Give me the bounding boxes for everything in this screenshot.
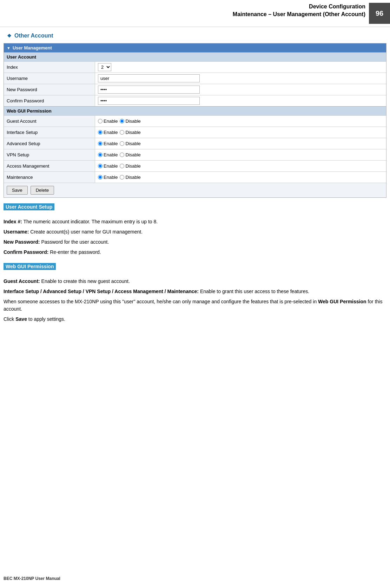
guest-disable-label[interactable]: Disable <box>120 119 140 124</box>
page-number: 96 <box>369 3 390 24</box>
guest-disable-radio[interactable] <box>120 119 124 123</box>
maintenance-disable-radio[interactable] <box>120 175 124 180</box>
new-password-term: New Password: <box>4 239 40 245</box>
page-footer: BEC MX-210NP User Manual <box>4 576 60 581</box>
interface-setup-label: Interface Setup <box>4 127 95 138</box>
interface-enable-label[interactable]: Enable <box>98 130 118 135</box>
header-line2: Maintenance – User Management (Other Acc… <box>0 11 365 18</box>
note2-start-text: Click <box>4 316 15 322</box>
header-text: Device Configuration Maintenance – User … <box>0 3 369 24</box>
username-desc: Username: Create account(s) user name fo… <box>4 228 386 236</box>
new-password-input[interactable] <box>98 86 200 94</box>
maintenance-enable-radio[interactable] <box>98 175 103 180</box>
guest-account-radio-group: Enable Disable <box>98 119 141 124</box>
access-enable-radio[interactable] <box>98 164 103 168</box>
index-value: 2 1 3 4 5 6 7 8 <box>95 62 386 73</box>
index-term: Index #: <box>4 219 22 224</box>
note2-end-text: to apply settings. <box>27 316 65 322</box>
interface-setup-row: Interface Setup Enable Disable <box>4 127 386 138</box>
vpn-setup-value: Enable Disable <box>95 151 386 159</box>
index-label: Index <box>4 62 95 73</box>
advanced-disable-label[interactable]: Disable <box>120 141 140 146</box>
access-mgmt-label: Access Management <box>4 161 95 171</box>
access-mgmt-row: Access Management Enable Disable <box>4 160 386 171</box>
features-desc: Interface Setup / Advanced Setup / VPN S… <box>4 288 386 295</box>
access-enable-label[interactable]: Enable <box>98 163 118 169</box>
access-disable-label[interactable]: Disable <box>120 163 140 169</box>
access-mgmt-value: Enable Disable <box>95 162 386 170</box>
maintenance-disable-label[interactable]: Disable <box>120 175 140 180</box>
web-gui-title: Web GUI Permission <box>4 263 56 270</box>
guest-account-desc-text: Enable to create this new guest account. <box>41 278 130 284</box>
section-title: Other Account <box>14 33 53 39</box>
interface-setup-radio-group: Enable Disable <box>98 130 141 135</box>
vpn-enable-radio[interactable] <box>98 153 103 157</box>
vpn-setup-label: VPN Setup <box>4 149 95 160</box>
new-password-desc: New Password: Password for the user acco… <box>4 238 386 246</box>
new-password-label: New Password <box>4 84 95 95</box>
interface-enable-radio[interactable] <box>98 130 103 135</box>
save-button[interactable]: Save <box>7 186 28 195</box>
username-value <box>95 73 386 84</box>
web-gui-subheader: Web GUI Permission <box>4 106 386 115</box>
user-account-subheader: User Account <box>4 52 386 61</box>
username-input[interactable] <box>98 74 200 82</box>
page-header: Device Configuration Maintenance – User … <box>0 0 390 27</box>
user-account-setup-title: User Account Setup <box>4 203 54 210</box>
advanced-setup-label: Advanced Setup <box>4 138 95 149</box>
note1-paragraph: When someone accesses to the MX-210NP us… <box>4 298 386 313</box>
guest-enable-radio[interactable] <box>98 119 103 123</box>
advanced-setup-radio-group: Enable Disable <box>98 141 141 146</box>
advanced-enable-label[interactable]: Enable <box>98 141 118 146</box>
interface-disable-radio[interactable] <box>120 130 124 135</box>
button-row: Save Delete <box>4 183 386 197</box>
web-gui-section: Web GUI Permission Guest Account: Enable… <box>4 263 386 323</box>
vpn-disable-label[interactable]: Disable <box>120 152 140 157</box>
username-row: Username <box>4 73 386 84</box>
section-heading: ❖ Other Account <box>7 33 390 39</box>
index-select[interactable]: 2 1 3 4 5 6 7 8 <box>98 63 111 71</box>
access-disable-radio[interactable] <box>120 164 124 168</box>
interface-disable-label[interactable]: Disable <box>120 130 140 135</box>
maintenance-value: Enable Disable <box>95 173 386 181</box>
advanced-enable-radio[interactable] <box>98 141 103 146</box>
delete-button[interactable]: Delete <box>31 186 54 195</box>
note1-text: When someone accesses to the MX-210NP us… <box>4 299 318 304</box>
vpn-setup-row: VPN Setup Enable Disable <box>4 149 386 160</box>
guest-account-label: Guest Account <box>4 116 95 127</box>
advanced-setup-value: Enable Disable <box>95 140 386 148</box>
guest-enable-label[interactable]: Enable <box>98 119 118 124</box>
maintenance-radio-group: Enable Disable <box>98 175 141 180</box>
user-management-header: ▼ User Management <box>4 43 386 52</box>
confirm-password-label: Confirm Password <box>4 95 95 106</box>
guest-account-desc: Guest Account: Enable to create this new… <box>4 278 386 285</box>
guest-account-value: Enable Disable <box>95 117 386 125</box>
maintenance-row: Maintenance Enable Disable <box>4 171 386 183</box>
new-password-row: New Password <box>4 84 386 95</box>
maintenance-label: Maintenance <box>4 172 95 183</box>
new-password-desc-text: Password for the user account. <box>41 239 109 245</box>
maintenance-enable-label[interactable]: Enable <box>98 175 118 180</box>
description-section: User Account Setup Index #: The numeric … <box>4 203 386 323</box>
features-desc-text: Enable to grant this user access to thes… <box>200 289 309 294</box>
confirm-password-row: Confirm Password <box>4 95 386 106</box>
footer-text: BEC MX-210NP User Manual <box>4 576 60 581</box>
advanced-setup-row: Advanced Setup Enable Disable <box>4 138 386 149</box>
confirm-password-input[interactable] <box>98 97 200 105</box>
confirm-password-desc-text: Re-enter the password. <box>50 249 101 255</box>
new-password-value <box>95 84 386 95</box>
advanced-disable-radio[interactable] <box>120 141 124 146</box>
note1-bold-text: Web GUI Permission <box>318 299 366 304</box>
access-mgmt-radio-group: Enable Disable <box>98 163 141 169</box>
note2-bold-text: Save <box>15 316 27 322</box>
vpn-enable-label[interactable]: Enable <box>98 152 118 157</box>
note2-paragraph: Click Save to apply settings. <box>4 316 386 323</box>
index-desc-text: The numeric account indicator. The maxim… <box>24 219 158 224</box>
form-section-label: User Management <box>13 45 52 50</box>
vpn-disable-radio[interactable] <box>120 153 124 157</box>
collapse-icon[interactable]: ▼ <box>7 46 11 50</box>
index-row: Index 2 1 3 4 5 6 7 8 <box>4 61 386 73</box>
confirm-password-desc: Confirm Password: Re-enter the password. <box>4 249 386 256</box>
guest-account-row: Guest Account Enable Disable <box>4 115 386 127</box>
features-term: Interface Setup / Advanced Setup / VPN S… <box>4 289 199 294</box>
